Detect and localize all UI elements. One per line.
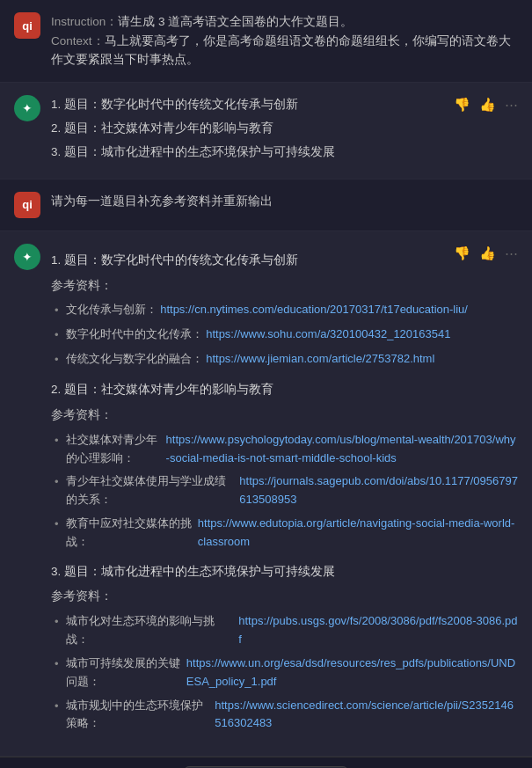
ref-list-3: 城市化对生态环境的影响与挑战： https://pubs.usgs.gov/fs…	[51, 612, 518, 733]
ref-prefix-2-1: 社交媒体对青少年的心理影响：	[66, 431, 163, 468]
ref-list-1: 文化传承与创新： https://cn.nytimes.com/educatio…	[51, 301, 518, 369]
user-text-2: 请为每一道题目补充参考资料并重新输出	[51, 194, 273, 208]
ref-link-2-2[interactable]: https://journals.sagepub.com/doi/abs/10.…	[239, 472, 518, 509]
ref-link-2-1[interactable]: https://www.psychologytoday.com/us/blog/…	[166, 431, 518, 468]
ref-link-2-3[interactable]: https://www.edutopia.org/article/navigat…	[198, 515, 518, 552]
ref-item-3-2: 城市可持续发展的关键问题： https://www.un.org/esa/dsd…	[55, 655, 518, 691]
user-avatar-2: qi	[14, 192, 40, 218]
section-3: 3. 题目：城市化进程中的生态环境保护与可持续发展 参考资料： 城市化对生态环境…	[51, 562, 518, 734]
ref-link-1-3[interactable]: https://www.jiemian.com/article/2753782.…	[206, 350, 434, 369]
ref-item-1-1: 文化传承与创新： https://cn.nytimes.com/educatio…	[55, 301, 518, 320]
ref-prefix-2-2: 青少年社交媒体使用与学业成绩的关系：	[66, 472, 237, 509]
ref-item-2-3: 教育中应对社交媒体的挑战： https://www.edutopia.org/a…	[55, 515, 518, 552]
ai-message-1: ✦ 1. 题目：数字化时代中的传统文化传承与创新 2. 题目：社交媒体对青少年的…	[0, 83, 532, 179]
topic-3: 3. 题目：城市化进程中的生态环境保护与可持续发展	[51, 143, 518, 163]
section-title-2: 2. 题目：社交媒体对青少年的影响与教育	[51, 380, 518, 400]
ref-item-2-1: 社交媒体对青少年的心理影响： https://www.psychologytod…	[55, 431, 518, 468]
section-title-1: 1. 题目：数字化时代中的传统文化传承与创新	[51, 251, 518, 271]
ai-message-content-1: 1. 题目：数字化时代中的传统文化传承与创新 2. 题目：社交媒体对青少年的影响…	[51, 95, 518, 166]
ref-label-3: 参考资料：	[51, 587, 518, 607]
more-button-2[interactable]: ⋯	[503, 244, 520, 263]
topic-1: 1. 题目：数字化时代中的传统文化传承与创新	[51, 95, 518, 115]
ai-avatar-1: ✦	[14, 95, 40, 121]
chat-container: qi Instruction：请生成 3 道高考语文全国卷的大作文题目。 Con…	[0, 0, 532, 768]
context-line: Context：马上就要高考了，你是高考命题组语文卷的命题组组长，你编写的语文卷…	[51, 32, 518, 69]
action-buttons-1: 👎 👍 ⋯	[452, 95, 520, 114]
ref-prefix-1-1: 文化传承与创新：	[66, 301, 157, 319]
ref-prefix-1-2: 数字化时代中的文化传承：	[66, 325, 203, 344]
user-avatar-1: qi	[14, 12, 40, 39]
ref-item-3-1: 城市化对生态环境的影响与挑战： https://pubs.usgs.gov/fs…	[55, 612, 518, 649]
ref-item-1-3: 传统文化与数字化的融合： https://www.jiemian.com/art…	[55, 350, 518, 369]
ref-label-1: 参考资料：	[51, 276, 518, 296]
instruction-label: Instruction：	[51, 15, 118, 28]
ref-item-2-2: 青少年社交媒体使用与学业成绩的关系： https://journals.sage…	[55, 472, 518, 509]
ref-link-1-1[interactable]: https://cn.nytimes.com/education/2017031…	[160, 301, 468, 319]
ref-link-3-2[interactable]: https://www.un.org/esa/dsd/resources/res…	[186, 655, 518, 691]
ref-prefix-3-1: 城市化对生态环境的影响与挑战：	[66, 612, 236, 649]
more-button-1[interactable]: ⋯	[503, 95, 520, 114]
context-label: Context：	[51, 34, 105, 48]
action-buttons-2: 👎 👍 ⋯	[452, 244, 520, 263]
dislike-button-1[interactable]: 👎	[452, 95, 472, 114]
ai-avatar-2: ✦	[14, 244, 40, 270]
ai-message-content-2: 1. 题目：数字化时代中的传统文化传承与创新 参考资料： 文化传承与创新： ht…	[51, 244, 518, 744]
instruction-text: 请生成 3 道高考语文全国卷的大作文题目。	[118, 15, 353, 28]
user-message-content-1: Instruction：请生成 3 道高考语文全国卷的大作文题目。 Contex…	[51, 12, 518, 69]
dislike-button-2[interactable]: 👎	[452, 244, 472, 263]
ref-prefix-3-2: 城市可持续发展的关键问题：	[66, 655, 184, 691]
section-1: 1. 题目：数字化时代中的传统文化传承与创新 参考资料： 文化传承与创新： ht…	[51, 251, 518, 369]
ref-prefix-2-3: 教育中应对社交媒体的挑战：	[66, 515, 195, 552]
like-button-1[interactable]: 👍	[477, 95, 498, 114]
ref-link-1-2[interactable]: https://www.sohu.com/a/320100432_1201635…	[206, 325, 450, 344]
ref-link-3-1[interactable]: https://pubs.usgs.gov/fs/2008/3086/pdf/f…	[238, 612, 518, 649]
ref-item-3-3: 城市规划中的生态环境保护策略： https://www.sciencedirec…	[55, 697, 518, 734]
ref-label-2: 参考资料：	[51, 406, 518, 426]
topic-2: 2. 题目：社交媒体对青少年的影响与教育	[51, 119, 518, 139]
context-text: 马上就要高考了，你是高考命题组语文卷的命题组组长，你编写的语文卷大作文要紧跟当下…	[51, 34, 511, 67]
ref-link-3-3[interactable]: https://www.sciencedirect.com/science/ar…	[215, 697, 518, 734]
user-message-2: qi 请为每一道题目补充参考资料并重新输出	[0, 179, 532, 230]
instruction-line: Instruction：请生成 3 道高考语文全国卷的大作文题目。	[51, 12, 518, 32]
ref-list-2: 社交媒体对青少年的心理影响： https://www.psychologytod…	[51, 431, 518, 552]
user-message-content-2: 请为每一道题目补充参考资料并重新输出	[51, 192, 518, 211]
ai-message-2: ✦ 1. 题目：数字化时代中的传统文化传承与创新 参考资料： 文化传承与创新： …	[0, 231, 532, 757]
ref-prefix-3-3: 城市规划中的生态环境保护策略：	[66, 697, 212, 734]
user-message-1: qi Instruction：请生成 3 道高考语文全国卷的大作文题目。 Con…	[0, 0, 532, 82]
section-2: 2. 题目：社交媒体对青少年的影响与教育 参考资料： 社交媒体对青少年的心理影响…	[51, 380, 518, 552]
ref-item-1-2: 数字化时代中的文化传承： https://www.sohu.com/a/3201…	[55, 325, 518, 345]
ref-prefix-1-3: 传统文化与数字化的融合：	[66, 350, 203, 369]
like-button-2[interactable]: 👍	[477, 244, 498, 263]
section-title-3: 3. 题目：城市化进程中的生态环境保护与可持续发展	[51, 562, 518, 582]
bottom-bar: ↻ Regenerate response CSDN @胡琦博客	[0, 757, 532, 768]
